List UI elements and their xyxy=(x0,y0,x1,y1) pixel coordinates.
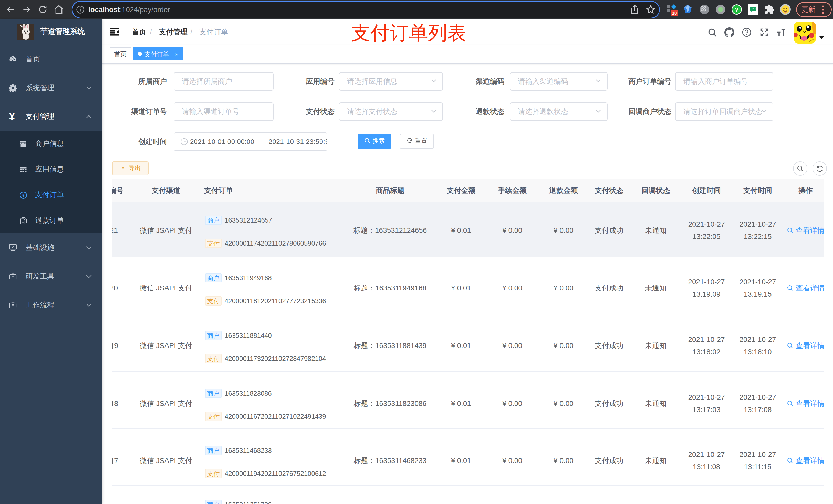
svg-text:¥: ¥ xyxy=(22,193,25,198)
svg-text:y: y xyxy=(735,6,738,12)
svg-text:10: 10 xyxy=(672,11,677,16)
